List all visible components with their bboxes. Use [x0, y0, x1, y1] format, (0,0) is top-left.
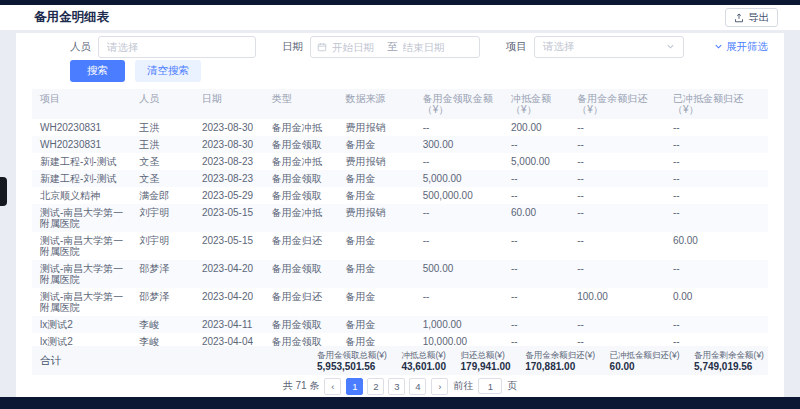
- page-button-4[interactable]: 4: [409, 378, 426, 395]
- balance-return-cell: --: [569, 136, 665, 153]
- type-cell: 备用金冲抵: [264, 204, 338, 232]
- total-item: 备用金剩余金额(¥)5,749,019.56: [694, 350, 764, 372]
- offset-return-cell: --: [665, 260, 768, 288]
- sidebar-expand-handle[interactable]: [0, 177, 7, 206]
- type-cell: 备用金领取: [264, 170, 338, 187]
- table-row: 测试-南昌大学第一附属医院邵梦泽2023-04-20备用金领取备用金500.00…: [32, 260, 768, 288]
- received-amount-cell: 10,000.00: [415, 333, 503, 346]
- pagination-bar: 共 71 条 ‹ 1234 › 前往 页: [32, 375, 768, 397]
- table-row: 测试-南昌大学第一附属医院刘宇明2023-05-15备用金冲抵费用报销--60.…: [32, 204, 768, 232]
- jump-prefix-label: 前往: [453, 379, 473, 393]
- jump-page-input[interactable]: [478, 378, 502, 394]
- date-cell: 2023-08-30: [194, 136, 264, 153]
- received-amount-cell: 1,000.00: [415, 316, 503, 333]
- project-cell: 测试-南昌大学第一附属医院: [32, 232, 131, 260]
- source-cell: 费用报销: [337, 153, 414, 170]
- project-cell: WH20230831: [32, 136, 131, 153]
- next-page-button[interactable]: ›: [431, 378, 448, 395]
- type-cell: 备用金冲抵: [264, 153, 338, 170]
- source-cell: 备用金: [337, 170, 414, 187]
- date-filter-label: 日期: [282, 40, 303, 54]
- export-button-label: 导出: [748, 11, 769, 25]
- column-header-6: 备用金领取金额（¥）: [415, 89, 503, 119]
- prev-page-button[interactable]: ‹: [324, 378, 341, 395]
- type-cell: 备用金冲抵: [264, 119, 338, 136]
- table-header-row: 项目人员日期类型数据来源备用金领取金额（¥）冲抵金额（¥）备用金余额归还（¥）已…: [32, 89, 768, 119]
- project-cell: 新建工程-刘-测试: [32, 153, 131, 170]
- page-button-1[interactable]: 1: [346, 378, 363, 395]
- type-cell: 备用金领取: [264, 316, 338, 333]
- balance-return-cell: --: [569, 187, 665, 204]
- person-filter-input[interactable]: [98, 36, 256, 58]
- totals-items: 备用金领取总额(¥)5,953,501.56冲抵总额(¥)43,601.00归还…: [317, 350, 768, 372]
- person-cell: 满金郎: [131, 187, 194, 204]
- total-item-label: 已冲抵金额归还(¥): [610, 350, 680, 360]
- source-cell: 费用报销: [337, 204, 414, 232]
- offset-return-cell: --: [665, 187, 768, 204]
- export-button[interactable]: 导出: [725, 8, 778, 27]
- total-item: 备用金余额归还(¥)170,881.00: [525, 350, 595, 372]
- date-cell: 2023-08-30: [194, 119, 264, 136]
- table-row: 测试-南昌大学第一附属医院邵梦泽2023-04-20备用金归还备用金----10…: [32, 288, 768, 316]
- offset-return-cell: --: [665, 204, 768, 232]
- offset-amount-cell: --: [503, 136, 569, 153]
- page-title: 备用金明细表: [34, 9, 109, 26]
- table-row: 测试-南昌大学第一附属医院刘宇明2023-05-15备用金归还备用金------…: [32, 232, 768, 260]
- project-cell: 测试-南昌大学第一附属医院: [32, 288, 131, 316]
- clear-search-button[interactable]: 清空搜索: [135, 60, 201, 82]
- page-button-3[interactable]: 3: [388, 378, 405, 395]
- type-cell: 备用金领取: [264, 136, 338, 153]
- person-cell: 王洪: [131, 136, 194, 153]
- total-item: 归还总额(¥)179,941.00: [461, 350, 511, 372]
- table-row: 新建工程-刘-测试文圣2023-08-23备用金领取备用金5,000.00---…: [32, 170, 768, 187]
- offset-amount-cell: --: [503, 170, 569, 187]
- offset-amount-cell: --: [503, 187, 569, 204]
- date-cell: 2023-08-23: [194, 153, 264, 170]
- project-filter-select[interactable]: 请选择: [534, 36, 684, 58]
- search-button[interactable]: 搜索: [70, 60, 125, 82]
- balance-return-cell: --: [569, 232, 665, 260]
- total-item: 备用金领取总额(¥)5,953,501.56: [317, 350, 387, 372]
- date-cell: 2023-05-29: [194, 187, 264, 204]
- balance-return-cell: --: [569, 260, 665, 288]
- offset-amount-cell: --: [503, 333, 569, 346]
- received-amount-cell: --: [415, 119, 503, 136]
- offset-amount-cell: 5,000.00: [503, 153, 569, 170]
- pagination-total: 共 71 条: [283, 379, 320, 393]
- balance-return-cell: --: [569, 316, 665, 333]
- type-cell: 备用金归还: [264, 232, 338, 260]
- date-range-picker[interactable]: 至: [310, 36, 480, 58]
- column-header-7: 冲抵金额（¥）: [503, 89, 569, 119]
- date-end-input[interactable]: [403, 41, 453, 53]
- offset-amount-cell: --: [503, 260, 569, 288]
- table-row: WH20230831王洪2023-08-30备用金领取备用金300.00----…: [32, 136, 768, 153]
- person-cell: 邵梦泽: [131, 288, 194, 316]
- page-header: 备用金明细表 导出: [0, 5, 800, 30]
- total-item-label: 备用金领取总额(¥): [317, 350, 387, 360]
- offset-amount-cell: --: [503, 316, 569, 333]
- table-row: lx测试2李峻2023-04-04备用金领取备用金10,000.00------: [32, 333, 768, 346]
- offset-amount-cell: 60.00: [503, 204, 569, 232]
- date-range-separator: 至: [387, 40, 398, 54]
- table-row: 新建工程-刘-测试文圣2023-08-23备用金冲抵费用报销--5,000.00…: [32, 153, 768, 170]
- offset-return-cell: --: [665, 153, 768, 170]
- column-header-9: 已冲抵金额归还（¥）: [665, 89, 768, 119]
- total-item-label: 备用金余额归还(¥): [525, 350, 595, 360]
- page-button-2[interactable]: 2: [367, 378, 384, 395]
- date-cell: 2023-05-15: [194, 232, 264, 260]
- content-card: 人员 日期 至 项目 请选择 展开: [16, 33, 784, 397]
- filter-bar: 人员 日期 至 项目 请选择 展开: [32, 33, 768, 60]
- date-start-input[interactable]: [332, 41, 382, 53]
- received-amount-cell: 300.00: [415, 136, 503, 153]
- type-cell: 备用金归还: [264, 288, 338, 316]
- date-cell: 2023-04-04: [194, 333, 264, 346]
- project-cell: 北京顺义精神: [32, 187, 131, 204]
- column-header-3: 日期: [194, 89, 264, 119]
- person-cell: 刘宇明: [131, 204, 194, 232]
- offset-return-cell: --: [665, 119, 768, 136]
- project-cell: 测试-南昌大学第一附属医院: [32, 204, 131, 232]
- expand-filters-link[interactable]: 展开筛选: [714, 40, 768, 54]
- total-item-value: 5,953,501.56: [317, 361, 387, 372]
- table-body: WH20230831王洪2023-08-30备用金冲抵费用报销--200.00-…: [32, 119, 768, 346]
- source-cell: 备用金: [337, 232, 414, 260]
